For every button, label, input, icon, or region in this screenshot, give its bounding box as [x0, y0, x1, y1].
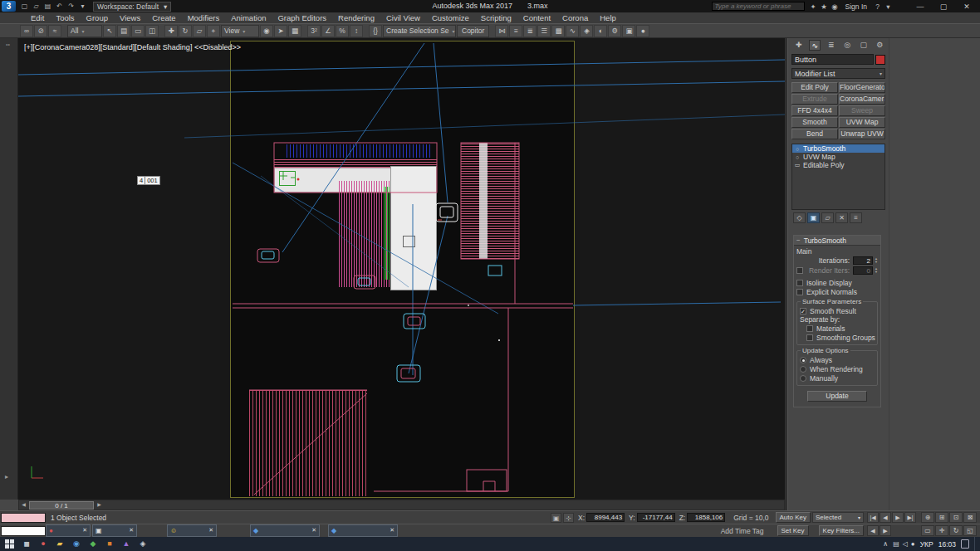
copitor-button[interactable]: Copitor [457, 25, 489, 37]
explicit-normals-checkbox[interactable] [796, 289, 803, 295]
tab-modify[interactable]: ∿ [809, 40, 821, 51]
taskbar-app-icon-1[interactable]: ◼ [18, 537, 35, 551]
lock-selection-icon[interactable]: ▣ [551, 513, 561, 523]
menu-item[interactable]: Create [146, 12, 182, 23]
material-editor-icon[interactable]: ◐ [594, 25, 607, 37]
file-explorer-icon[interactable]: ▰ [51, 537, 68, 551]
configure-sets-icon[interactable]: ≡ [850, 212, 862, 223]
orbit-icon[interactable]: ↻ [949, 525, 963, 536]
window-tab-3[interactable]: ☺ ✕ [167, 524, 217, 537]
menu-item[interactable]: Corona [556, 12, 594, 23]
sign-in-link[interactable]: Sign In [845, 2, 867, 11]
render-iters-spinner[interactable]: ▲▼ [875, 267, 878, 274]
notification-center-icon[interactable] [961, 539, 969, 549]
community-icon[interactable]: ✦ [808, 2, 819, 11]
render-production-icon[interactable]: ● [636, 25, 649, 37]
tab-utilities[interactable]: ⚙ [875, 40, 885, 51]
modifier-button[interactable]: Bend [791, 129, 838, 139]
zoom-icon[interactable]: ⊕ [921, 512, 934, 523]
close-icon[interactable]: ✕ [311, 527, 316, 534]
iterations-field[interactable]: 2 [853, 256, 873, 265]
window-tab-2[interactable]: ▣ ✕ [92, 524, 137, 537]
zoom-region-icon[interactable]: ▭ [921, 525, 934, 536]
select-and-place-icon[interactable]: ⌖ [207, 25, 220, 37]
workspace-dropdown[interactable]: Workspace: Default ▾ [93, 2, 171, 12]
add-time-tag[interactable]: Add Time Tag [721, 527, 764, 535]
selection-filter-dropdown[interactable]: All▾ [67, 25, 102, 37]
modifier-button[interactable]: Extrude [791, 94, 838, 105]
menu-item[interactable]: Scripting [475, 12, 517, 23]
unlink-selection-icon[interactable]: ⊘ [34, 25, 47, 37]
taskbar-app-icon-5[interactable]: ◆ [85, 537, 101, 551]
modifier-button[interactable]: Sweep [839, 105, 885, 116]
menu-item[interactable]: Customize [426, 12, 475, 23]
bind-to-space-warp-icon[interactable]: ≈ [48, 25, 61, 37]
modifier-stack-item[interactable]: ▭ Editable Poly [792, 161, 884, 169]
key-step-back-icon[interactable]: ◀ [867, 525, 879, 536]
modifier-stack-item[interactable]: ○ UVW Map [792, 153, 884, 161]
go-to-end-icon[interactable]: ▶| [904, 512, 916, 523]
make-unique-icon[interactable]: ▱ [821, 212, 834, 223]
key-filters-button[interactable]: Key Filters... [819, 525, 864, 536]
modifier-button[interactable]: FFD 4x4x4 [791, 105, 838, 116]
x-coordinate-field[interactable]: 8994,443 [586, 513, 625, 522]
time-step-back-icon[interactable]: ◀ [20, 501, 27, 509]
open-file-icon[interactable]: ▱ [31, 2, 42, 12]
max-logo-icon[interactable]: 3 [2, 1, 16, 12]
curve-editor-icon[interactable]: ∿ [566, 25, 579, 37]
zoom-extents-icon[interactable]: ⊡ [949, 512, 963, 523]
window-tab-1[interactable]: ● ✕ [46, 524, 91, 537]
z-coordinate-field[interactable]: 1858,106 [687, 513, 725, 522]
absolute-mode-icon[interactable]: ⊹ [563, 513, 574, 523]
always-radio[interactable] [800, 357, 806, 363]
modifier-button[interactable]: Edit Poly [791, 82, 838, 93]
angle-snap-icon[interactable]: ∠ [321, 25, 335, 37]
modifier-visibility-icon[interactable]: ○ [794, 146, 801, 152]
select-and-scale-icon[interactable]: ▱ [193, 25, 206, 37]
snap-toggle-icon[interactable]: 3² [307, 25, 321, 37]
smooth-result-checkbox[interactable] [800, 308, 806, 315]
menu-item[interactable]: Animation [225, 12, 272, 23]
reference-coordinate-dropdown[interactable]: View▾ [221, 25, 259, 37]
select-and-move-icon[interactable]: ✚ [164, 25, 178, 37]
maximize-viewport-icon[interactable]: ◱ [963, 525, 977, 536]
show-desktop-button[interactable] [974, 537, 977, 551]
help-menu-icon[interactable]: ▾ [883, 2, 894, 11]
schematic-view-icon[interactable]: ◈ [580, 25, 593, 37]
scene-explorer-icon[interactable]: ☰ [537, 25, 551, 37]
help-icon[interactable]: ? [872, 2, 883, 11]
window-tab-5[interactable]: ◆ ✕ [328, 524, 398, 537]
pin-stack-icon[interactable]: ◇ [793, 212, 806, 223]
mirror-icon[interactable]: ⋈ [495, 25, 508, 37]
network-icon[interactable]: ▤ [893, 540, 899, 548]
undo-icon[interactable]: ↶ [54, 2, 65, 12]
menu-item[interactable]: Help [594, 12, 622, 23]
window-crossing-icon[interactable]: ◫ [145, 25, 159, 37]
modifier-visibility-icon[interactable]: ○ [794, 154, 801, 160]
modifier-button[interactable]: UVW Map [839, 117, 885, 128]
tab-create[interactable]: ✚ [793, 40, 804, 51]
modifier-button[interactable]: Unwrap UVW [839, 129, 885, 139]
taskbar-app-icon-8[interactable]: ◈ [135, 537, 151, 551]
user-icon[interactable]: ◉ [830, 2, 840, 11]
go-to-start-icon[interactable]: |◀ [867, 512, 879, 523]
clock[interactable]: 16:03 [938, 540, 956, 549]
show-end-result-icon[interactable]: ▣ [807, 212, 820, 223]
align-icon[interactable]: ≡ [509, 25, 522, 37]
graphite-ribbon-icon[interactable]: ▩ [551, 25, 565, 37]
time-slider-handle[interactable]: 0 / 1 [29, 501, 94, 510]
spinner-snap-icon[interactable]: ↕ [350, 25, 363, 37]
rendered-frame-icon[interactable]: ▣ [622, 25, 635, 37]
isoline-display-checkbox[interactable] [796, 280, 803, 286]
maxscript-mini-listener-pink[interactable] [1, 513, 46, 523]
modifier-list-dropdown[interactable]: Modifier List ▾ [791, 68, 885, 79]
chrome-icon[interactable]: ◉ [68, 537, 85, 551]
auto-key-button[interactable]: Auto Key [776, 512, 811, 523]
object-color-swatch[interactable] [875, 55, 885, 65]
new-scene-icon[interactable]: ▢ [19, 2, 30, 12]
menu-item[interactable]: Group [81, 12, 114, 23]
materials-checkbox[interactable] [806, 325, 813, 332]
menu-item[interactable]: Graph Editors [272, 12, 332, 23]
selection-region-icon[interactable]: ▭ [131, 25, 145, 37]
use-pivot-center-icon[interactable]: ◉ [260, 25, 273, 37]
